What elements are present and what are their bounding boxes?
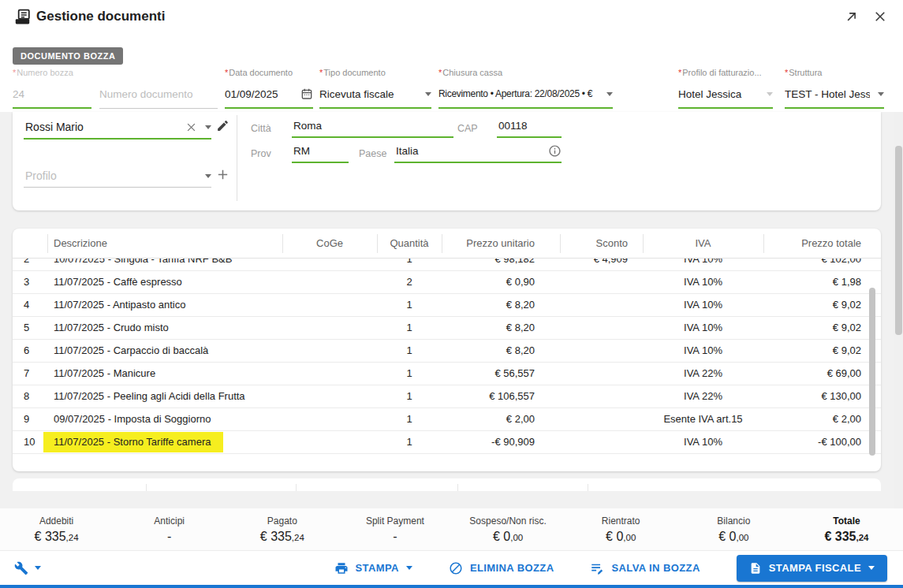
customer-card: Città CAP Prov Paese — [13, 112, 881, 210]
chevron-down-icon[interactable] — [878, 92, 884, 99]
profilo-field[interactable] — [24, 165, 211, 188]
totals-summary-bar: Addebiti € 335,24 Anticipi - Pagato € 33… — [0, 508, 903, 550]
chevron-down-icon[interactable] — [767, 92, 773, 99]
row-prezzo-totale: € 9,02 — [763, 340, 861, 362]
row-quantita: 1 — [377, 363, 442, 385]
row-quantita: 1 — [377, 317, 442, 339]
citta-field[interactable] — [292, 115, 453, 138]
items-table-card: Descrizione CoGe Quantità Prezzo unitari… — [13, 229, 881, 471]
summary-label: Pagato — [226, 515, 338, 527]
clear-icon[interactable] — [185, 121, 197, 133]
profilo-fatturazione-select[interactable]: *Profilo di fatturazio... Hotel Jessica — [678, 68, 773, 109]
profilo-input[interactable] — [24, 169, 205, 183]
row-quantita: 1 — [377, 431, 442, 453]
printer-icon — [334, 561, 349, 575]
col-prezzo-unitario: Prezzo unitario — [442, 229, 535, 259]
divider — [237, 115, 237, 201]
row-quantita: 1 — [377, 385, 442, 408]
chiusura-cassa-select[interactable]: *Chiusura cassa Ricevimento • Apertura: … — [438, 68, 613, 109]
cap-input[interactable] — [497, 119, 562, 132]
row-prezzo-unitario: -€ 90,909 — [442, 431, 535, 453]
row-prezzo-unitario: € 0,90 — [442, 271, 535, 293]
summary-item: Pagato € 335,24 — [226, 508, 338, 550]
table-scrollbar-thumb[interactable] — [869, 288, 875, 456]
struttura-select[interactable]: *Struttura TEST - Hotel Jessi — [785, 68, 884, 109]
summary-value: - — [338, 530, 451, 544]
summary-label: Sospeso/Non risc. — [452, 515, 565, 527]
chevron-down-icon — [35, 566, 41, 573]
row-sconto: € 4,909 — [543, 259, 628, 270]
table-row[interactable]: 10 11/07/2025 - Storno Tariffe camera 1 … — [13, 431, 881, 454]
stampa-button[interactable]: STAMPA — [334, 561, 412, 575]
info-icon[interactable] — [548, 144, 562, 158]
row-prezzo-totale: € 9,02 — [763, 317, 861, 339]
table-row[interactable]: 7 11/07/2025 - Manicure 1 € 56,557 IVA 2… — [13, 363, 881, 385]
paese-label: Paese — [359, 148, 386, 159]
edit-pencil-icon[interactable] — [216, 119, 229, 132]
prov-field[interactable] — [292, 140, 349, 163]
chevron-down-icon[interactable] — [425, 92, 431, 99]
row-prezzo-totale: € 9,02 — [763, 294, 861, 316]
row-prezzo-totale: € 1,98 — [763, 271, 861, 293]
row-descrizione: 09/07/2025 - Imposta di Soggiorno — [54, 413, 211, 425]
bottom-accent-strip — [0, 585, 903, 588]
table-row[interactable]: 9 09/07/2025 - Imposta di Soggiorno 1 € … — [13, 408, 881, 431]
table-row[interactable]: 3 11/07/2025 - Caffè espresso 2 € 0,90 I… — [13, 271, 881, 294]
elimina-bozza-button[interactable]: ELIMINA BOZZA — [449, 561, 554, 575]
row-prezzo-unitario: € 106,557 — [442, 385, 535, 408]
row-quantita: 1 — [377, 259, 442, 270]
row-iva: IVA 10% — [643, 317, 763, 339]
expand-icon[interactable] — [845, 9, 859, 24]
row-number: 8 — [24, 385, 47, 408]
table-row[interactable]: 8 11/07/2025 - Peeling agli Acidi della … — [13, 385, 881, 408]
tools-menu-button[interactable] — [14, 561, 41, 575]
row-iva: IVA 10% — [643, 340, 763, 362]
prov-input[interactable] — [292, 144, 349, 158]
table-row[interactable]: 2 10/07/2025 - Singola - Tariffa NRF B&B… — [13, 259, 881, 271]
numero-bozza-input[interactable] — [13, 88, 91, 100]
table-row[interactable]: 5 11/07/2025 - Crudo misto 1 € 8,20 IVA … — [13, 317, 881, 340]
salva-in-bozza-button[interactable]: SALVA IN BOZZA — [590, 561, 700, 575]
chevron-down-icon — [406, 566, 412, 573]
table-row[interactable]: 6 11/07/2025 - Carpaccio di baccalà 1 € … — [13, 340, 881, 363]
row-iva: Esente IVA art.15 — [643, 408, 763, 430]
table-row[interactable]: 4 11/07/2025 - Antipasto antico 1 € 8,20… — [13, 294, 881, 317]
data-documento-input[interactable] — [225, 88, 297, 100]
numero-bozza-field[interactable]: *Numero bozza — [13, 68, 91, 109]
action-toolbar: STAMPA ELIMINA BOZZA SALVA IN BOZZA — [0, 550, 903, 585]
row-iva: IVA 22% — [643, 363, 763, 385]
row-prezzo-unitario: € 2,00 — [442, 408, 535, 430]
row-descrizione: 11/07/2025 - Storno Tariffe camera — [43, 432, 223, 452]
stampa-fiscale-button[interactable]: STAMPA FISCALE — [737, 555, 887, 582]
row-iva: IVA 10% — [643, 431, 763, 453]
numero-documento-input[interactable] — [99, 88, 218, 100]
customer-name-input[interactable] — [24, 120, 181, 134]
dialog-scrollbar-thumb[interactable] — [895, 146, 902, 335]
chevron-down-icon[interactable] — [205, 174, 211, 181]
row-descrizione: 11/07/2025 - Antipasto antico — [54, 299, 185, 311]
tipo-documento-select[interactable]: *Tipo documento Ricevuta fiscale — [319, 68, 431, 109]
citta-input[interactable] — [292, 119, 453, 132]
cap-label: CAP — [457, 123, 478, 134]
chevron-down-icon[interactable] — [205, 125, 211, 132]
save-draft-icon — [590, 561, 604, 575]
data-documento-field[interactable]: *Data documento — [225, 68, 313, 109]
paese-field[interactable] — [394, 140, 562, 163]
paese-input[interactable] — [394, 144, 548, 158]
summary-label: Rientrato — [565, 515, 677, 527]
row-number: 2 — [24, 259, 47, 270]
summary-label: Split Payment — [338, 515, 451, 527]
add-icon[interactable] — [216, 168, 229, 181]
row-quantita: 1 — [377, 408, 442, 430]
calendar-icon[interactable] — [300, 87, 313, 100]
col-sconto: Sconto — [543, 229, 628, 259]
chevron-down-icon[interactable] — [606, 92, 613, 99]
customer-name-field[interactable] — [24, 116, 211, 140]
numero-documento-field[interactable] — [99, 68, 218, 109]
cap-field[interactable] — [497, 115, 562, 138]
close-icon[interactable] — [873, 9, 887, 24]
page-title: Gestione documenti — [36, 9, 165, 24]
fiscal-document-icon — [749, 562, 762, 575]
summary-label: Anticipi — [113, 515, 226, 527]
dialog-scrollbar[interactable] — [894, 112, 903, 508]
